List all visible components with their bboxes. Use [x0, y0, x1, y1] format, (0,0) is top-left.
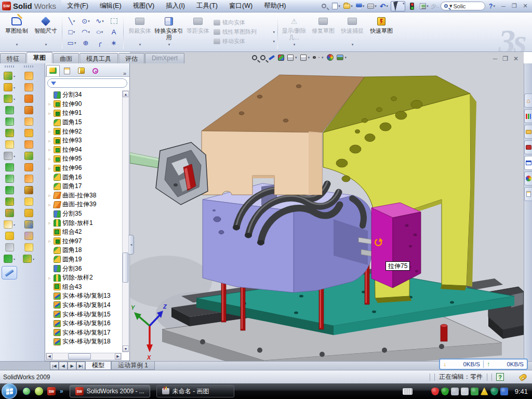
tree-item[interactable]: 实体-移动/复制18 — [46, 337, 122, 347]
model-tab-1[interactable]: 模型 — [85, 362, 111, 370]
minimize-icon[interactable]: ─ — [499, 3, 508, 9]
tree-item[interactable]: ▹拉伸97 — [46, 237, 122, 246]
tag-icon[interactable] — [518, 373, 527, 381]
certificate-check-tray-icon[interactable] — [451, 388, 459, 395]
tab-1[interactable]: 特征 — [0, 53, 26, 63]
close-icon[interactable]: ✕ — [521, 3, 530, 9]
tree-item[interactable]: ▹拉伸95 — [46, 154, 122, 164]
feature-tool-icon[interactable] — [24, 117, 33, 126]
feature-tool-icon[interactable] — [24, 95, 33, 103]
restore-icon[interactable]: ❐ — [510, 3, 519, 9]
save-icon[interactable]: ▾ — [355, 2, 365, 11]
polygon-tool[interactable]: ⊕ — [79, 38, 92, 48]
slot-tool[interactable]: ▭▾ — [65, 38, 78, 48]
menu-1[interactable]: 文件(F) — [61, 0, 94, 12]
tab-3[interactable]: 曲面 — [53, 53, 79, 63]
taskpane-tab-solidworks-resources[interactable]: ⌂ — [524, 94, 532, 108]
quick-snaps-button[interactable]: 快速捕捉▾ — [338, 14, 367, 50]
feature-tool-icon[interactable] — [5, 197, 14, 206]
tree-item[interactable]: ▹拉伸93 — [46, 136, 122, 145]
menu-4[interactable]: 插入(I) — [160, 0, 191, 12]
antivirus-red-shield-tray-icon[interactable] — [431, 388, 439, 395]
feature-tool-icon[interactable]: ▾ — [4, 95, 15, 103]
feature-tool-icon[interactable]: ▾ — [4, 220, 15, 229]
model-tab-2[interactable]: 运动算例 1 — [111, 362, 155, 370]
tree-item[interactable]: 组合43 — [46, 282, 122, 291]
feature-tool-icon[interactable] — [24, 129, 33, 137]
open-document-icon[interactable]: ▾ — [343, 2, 353, 11]
menu-5[interactable]: 工具(T) — [191, 0, 223, 12]
property-manager-tab[interactable] — [60, 65, 74, 76]
tree-item[interactable]: 圆角15 — [46, 118, 122, 127]
feature-tool-icon[interactable] — [5, 243, 14, 251]
move-entities-button[interactable]: 移动实体▾ — [214, 37, 275, 45]
feature-tool-icon[interactable]: ▾ — [4, 152, 15, 160]
feature-tool-icon[interactable] — [5, 186, 14, 194]
feature-tool-icon[interactable]: ▾ — [4, 83, 15, 91]
tree-item[interactable]: ▹拉伸94 — [46, 145, 122, 155]
tree-item[interactable]: 实体-移动/复制17 — [46, 328, 122, 337]
stoplight-icon[interactable] — [407, 2, 417, 11]
feature-tool-icon[interactable] — [5, 209, 14, 217]
spline-tool[interactable]: ∿▾ — [93, 16, 107, 26]
sketch-fillet-tool[interactable]: ╭ — [93, 38, 107, 48]
tree-item[interactable]: 实体-移动/复制14 — [46, 301, 122, 310]
feature-tool-icon[interactable] — [24, 72, 33, 80]
dimxpert-manager-tab[interactable] — [88, 65, 102, 76]
tree-item[interactable]: 分割34 — [46, 90, 122, 100]
tree-item[interactable]: 分割35 — [46, 209, 122, 219]
smart-dimension-button[interactable]: 智能尺寸▾ — [31, 14, 60, 50]
tree-item[interactable]: 实体-移动/复制16 — [46, 319, 122, 328]
volume-tray-icon[interactable] — [461, 388, 469, 395]
point-tool[interactable]: ∗ — [107, 38, 121, 48]
taskbar-button-solidworks[interactable]: SWSolidWorks 2009 - ... — [70, 385, 150, 397]
doc-restore-icon[interactable]: ❐ — [502, 55, 508, 62]
search-input[interactable]: ▾ Solic — [441, 2, 485, 10]
start-button[interactable] — [2, 383, 17, 399]
configuration-manager-tab[interactable] — [74, 65, 88, 76]
convert-entities-button[interactable]: 转换实体引用▾ — [154, 14, 183, 50]
tab-5[interactable]: 评估 — [118, 53, 144, 63]
zoom-fit-icon[interactable] — [252, 55, 257, 60]
text-tool[interactable]: A — [107, 27, 121, 37]
menu-3[interactable]: 视图(V) — [127, 0, 161, 12]
feature-tool-icon[interactable] — [5, 175, 14, 183]
3d-model[interactable]: Y Z X — [130, 63, 524, 361]
rectangle-tool[interactable]: □▾ — [65, 27, 78, 37]
feature-tool-icon[interactable] — [24, 106, 33, 114]
undo-icon[interactable]: ↶▾ — [379, 2, 389, 11]
new-document-icon[interactable]: ▾ — [331, 2, 341, 11]
feature-tool-icon[interactable] — [24, 232, 33, 240]
help-icon[interactable]: ?▾ — [487, 2, 497, 11]
tree-item[interactable]: 圆角17 — [46, 182, 122, 191]
feature-tool-icon[interactable] — [24, 175, 33, 183]
mirror-entities-button[interactable]: 镜向实体 — [214, 19, 275, 26]
pin-icon[interactable] — [319, 2, 329, 11]
line-tool[interactable]: ╲▾ — [65, 16, 78, 26]
view-orientation-icon[interactable]: ▾ — [287, 55, 297, 61]
feature-tool-icon[interactable] — [24, 197, 33, 206]
taskpane-tab-view-palette[interactable] — [524, 156, 532, 170]
arc-tool[interactable]: ◠▾ — [79, 27, 92, 37]
tree-item[interactable]: 实体-移动/复制13 — [46, 291, 122, 301]
tree-item[interactable]: 圆角18 — [46, 246, 122, 255]
tree-item[interactable]: 圆角16 — [46, 172, 122, 182]
feature-tool-icon[interactable] — [5, 129, 14, 137]
taskpane-tab-appearances-scenes[interactable] — [524, 171, 532, 185]
quick-tips-icon[interactable]: ? — [496, 373, 504, 381]
feature-tool-icon[interactable] — [5, 163, 14, 171]
tab-2[interactable]: 草图 — [26, 52, 52, 63]
feature-tool-icon[interactable] — [24, 220, 33, 229]
feature-tool-icon[interactable] — [5, 232, 14, 240]
tree-item[interactable]: ▹切除-放样1 — [46, 218, 122, 228]
feature-tool-icon[interactable] — [24, 163, 33, 171]
menu-7[interactable]: 帮助(H) — [258, 0, 291, 12]
select-region-tool[interactable] — [107, 16, 121, 26]
ellipse-tool[interactable]: ○▾ — [93, 27, 107, 37]
display-style-icon[interactable]: ▾ — [300, 55, 310, 61]
toolbar-overflow-label[interactable]: 少.. — [431, 3, 439, 10]
sync-phone-tray-icon[interactable] — [471, 388, 478, 395]
tree-item[interactable]: ▹切除-放样2 — [46, 273, 122, 283]
feature-tool-icon[interactable]: ▾ — [23, 255, 34, 263]
display-delete-relations-button[interactable]: ⚠显示/删除几...▾ — [280, 14, 309, 50]
